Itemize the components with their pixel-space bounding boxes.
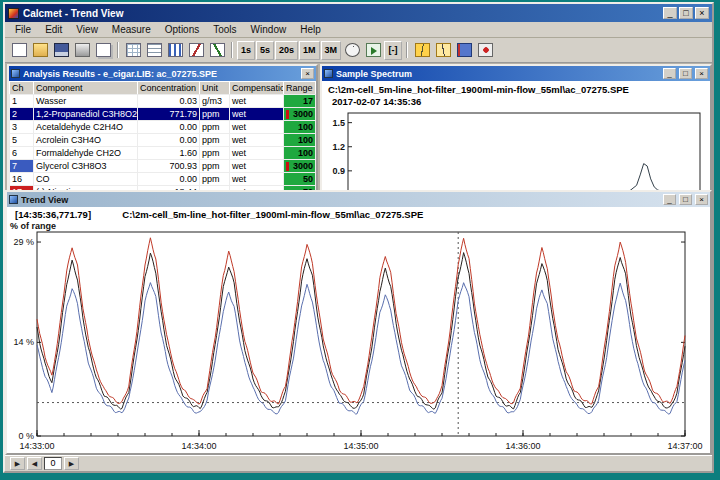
line-chart-icon[interactable] (186, 41, 206, 60)
trend-minimize-button[interactable]: _ (663, 194, 676, 205)
interval-5s-button[interactable]: 5s (256, 41, 274, 60)
app-icon (8, 8, 19, 19)
menu-bar: FileEditViewMeasureOptionsToolsWindowHel… (5, 22, 712, 38)
table-row[interactable]: 21,2-Propanediol C3H8O2771.79ppmwet3000 (10, 108, 316, 121)
analysis-close-button[interactable]: × (301, 68, 314, 79)
trend-window-titlebar[interactable]: Trend View _ □ × (7, 192, 710, 207)
range-cell: 17 (284, 95, 316, 108)
close-button[interactable]: × (695, 7, 709, 19)
app-titlebar[interactable]: Calcmet - Trend View _ □ × (5, 4, 712, 22)
unit-cell: ppm (200, 147, 230, 160)
menu-view[interactable]: View (69, 23, 105, 36)
alarm-icon (478, 43, 493, 57)
range-cell: 100 (284, 134, 316, 147)
overlay-spectrum-icon (436, 43, 451, 57)
analysis-window-titlebar[interactable]: Analysis Results - e_cigar.LIB: ac_07275… (9, 66, 316, 81)
range-cell: 50 (284, 173, 316, 186)
interval-3m-button[interactable]: 3M (321, 41, 342, 60)
column-header-concentration[interactable]: Concentration (138, 82, 200, 95)
play-button[interactable]: ▶ (10, 457, 25, 470)
range-value: 17 (303, 96, 313, 106)
channel-cell: 16 (10, 173, 34, 186)
column-header-ch[interactable]: Ch (10, 82, 34, 95)
column-header-range[interactable]: Range (284, 82, 316, 95)
channel-cell: 5 (10, 134, 34, 147)
next-page-button[interactable]: ▶ (64, 457, 79, 470)
svg-text:1.5: 1.5 (332, 118, 345, 128)
channel-cell: 3 (10, 121, 34, 134)
trend-close-button[interactable]: × (695, 194, 708, 205)
prev-page-button[interactable]: ◀ (27, 457, 42, 470)
trend-window-icon (9, 195, 18, 204)
column-header-unit[interactable]: Unit (200, 82, 230, 95)
unit-cell: g/m3 (200, 95, 230, 108)
table-row[interactable]: 1Wasser0.03g/m3wet17 (10, 95, 316, 108)
range-value: 100 (298, 135, 313, 145)
menu-file[interactable]: File (8, 23, 38, 36)
open-folder-icon[interactable] (30, 41, 50, 60)
concentration-cell: 1.60 (138, 147, 200, 160)
channel-cell: 6 (10, 147, 34, 160)
menu-edit[interactable]: Edit (38, 23, 69, 36)
table-row[interactable]: 16CO0.00ppmwet50 (10, 173, 316, 186)
mdi-client: Analysis Results - e_cigar.LIB: ac_07275… (5, 63, 712, 455)
trend-maximize-button[interactable]: □ (679, 194, 692, 205)
table-row[interactable]: 3Acetaldehyde C2H4O0.00ppmwet100 (10, 121, 316, 134)
overlay-spectrum-icon[interactable] (433, 41, 453, 60)
print-icon[interactable] (72, 41, 92, 60)
menu-measure[interactable]: Measure (105, 23, 158, 36)
spectrum-view-icon[interactable] (412, 41, 432, 60)
maximize-button[interactable]: □ (679, 7, 693, 19)
component-cell: Wasser (34, 95, 138, 108)
interval-1m-button[interactable]: 1M (299, 41, 320, 60)
run-measure-icon (366, 43, 381, 57)
clock-icon[interactable] (342, 41, 362, 60)
results-list-icon[interactable] (144, 41, 164, 60)
bar-chart-icon[interactable] (165, 41, 185, 60)
menu-window[interactable]: Window (244, 23, 294, 36)
menu-tools[interactable]: Tools (206, 23, 243, 36)
loop-button[interactable]: [-] (384, 41, 402, 60)
spectrum-close-button[interactable]: × (695, 68, 708, 79)
new-doc-icon[interactable] (9, 41, 29, 60)
svg-text:0.9: 0.9 (332, 166, 345, 176)
range-value: 50 (303, 174, 313, 184)
svg-text:14:33:00: 14:33:00 (19, 441, 54, 451)
concentration-cell: 0.00 (138, 173, 200, 186)
spectrum-maximize-button[interactable]: □ (679, 68, 692, 79)
component-cell: CO (34, 173, 138, 186)
open-folder-icon (33, 43, 48, 57)
trend-chart-icon[interactable] (207, 41, 227, 60)
minimize-button[interactable]: _ (663, 7, 677, 19)
component-cell: Acrolein C3H4O (34, 134, 138, 147)
compensation-cell: wet (230, 108, 284, 121)
spectrum-window-titlebar[interactable]: Sample Spectrum _ □ × (322, 66, 710, 81)
alarm-icon[interactable] (475, 41, 495, 60)
component-cell: 1,2-Propanediol C3H8O2 (34, 108, 138, 121)
save-icon[interactable] (51, 41, 71, 60)
menu-help[interactable]: Help (293, 23, 328, 36)
interval-1s-button[interactable]: 1s (237, 41, 255, 60)
run-measure-icon[interactable] (363, 41, 383, 60)
interval-20s-button[interactable]: 20s (275, 41, 298, 60)
column-header-component[interactable]: Component (34, 82, 138, 95)
unit-cell: ppm (200, 108, 230, 121)
svg-text:% of range: % of range (10, 221, 56, 231)
trend-window-body: [14:35:36,771.79] C:\2m-cell_5m-line_hot… (7, 207, 710, 453)
analysis-table-icon[interactable] (123, 41, 143, 60)
table-row[interactable]: 5Acrolein C3H4O0.00ppmwet100 (10, 134, 316, 147)
copy-icon[interactable] (93, 41, 113, 60)
svg-text:14:35:00: 14:35:00 (343, 441, 378, 451)
library-icon[interactable] (454, 41, 474, 60)
trend-chart[interactable]: % of range0 %14 %29 %14:33:0014:34:0014:… (7, 220, 707, 453)
page-number: 0 (44, 457, 62, 470)
menu-options[interactable]: Options (158, 23, 206, 36)
copy-icon (96, 43, 111, 57)
concentration-cell: 0.03 (138, 95, 200, 108)
table-row[interactable]: 6Formaldehyde CH2O1.60ppmwet100 (10, 147, 316, 160)
table-row[interactable]: 7Glycerol C3H8O3700.93ppmwet3000 (10, 160, 316, 173)
column-header-compensation[interactable]: Compensation (230, 82, 284, 95)
svg-text:14 %: 14 % (13, 337, 34, 347)
trend-view-window: Trend View _ □ × [14:35:36,771.79] C:\2m… (5, 190, 712, 455)
spectrum-minimize-button[interactable]: _ (663, 68, 676, 79)
